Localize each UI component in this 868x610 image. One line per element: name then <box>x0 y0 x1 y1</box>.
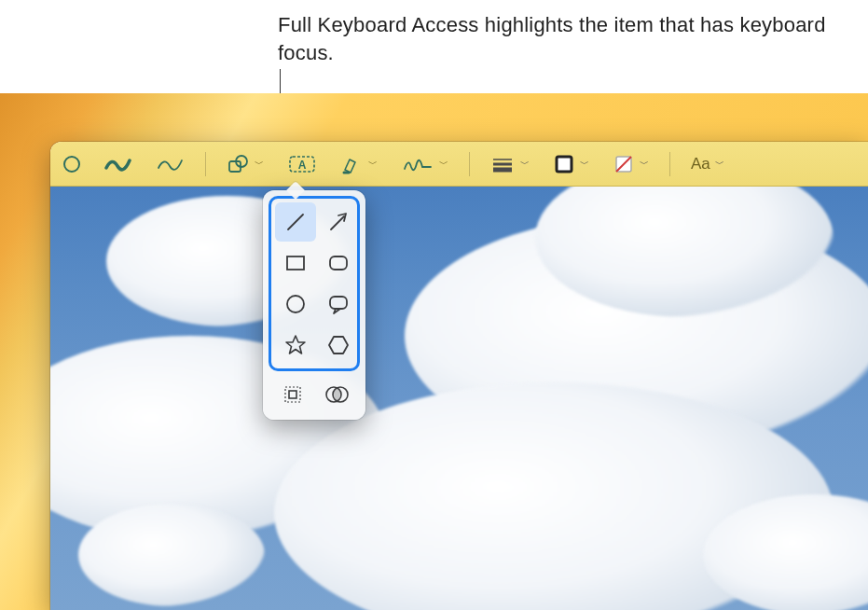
image-canvas[interactable] <box>50 187 868 610</box>
speech-bubble-icon <box>325 291 351 317</box>
shape-speech-bubble[interactable] <box>318 284 359 324</box>
shapes-button[interactable]: ﹀ <box>217 149 273 179</box>
signature-icon <box>402 154 434 174</box>
preview-window: ﹀ A ﹀ ﹀ <box>50 142 868 610</box>
shapes-popover <box>263 190 365 420</box>
separator <box>669 152 670 176</box>
highlighter-icon <box>340 154 363 174</box>
separator <box>205 152 206 176</box>
svg-rect-13 <box>330 256 347 270</box>
shape-line[interactable] <box>275 202 316 242</box>
line-style-button[interactable]: ﹀ <box>481 149 539 179</box>
line-icon <box>282 209 309 235</box>
svg-rect-12 <box>287 256 304 270</box>
cloud-decoration <box>78 504 265 606</box>
svg-rect-15 <box>330 297 347 309</box>
svg-text:A: A <box>298 159 307 172</box>
chevron-down-icon: ﹀ <box>520 158 530 171</box>
svg-rect-17 <box>289 391 296 398</box>
rounded-rectangle-icon <box>325 250 351 276</box>
oval-icon <box>282 291 309 317</box>
crop-loupe-icon <box>281 383 305 406</box>
stroke-color-button[interactable]: ﹀ <box>544 149 599 179</box>
text-style-button[interactable]: Aa ﹀ <box>682 149 734 179</box>
rectangle-icon <box>282 250 309 276</box>
fill-swatch-icon <box>613 154 634 174</box>
chevron-down-icon: ﹀ <box>439 158 448 171</box>
loupe-tool[interactable] <box>272 379 313 410</box>
freehand-sketch-button[interactable] <box>95 149 142 179</box>
shape-arrow[interactable] <box>318 202 359 242</box>
arrow-icon <box>325 209 351 235</box>
chevron-down-icon: ﹀ <box>715 158 724 171</box>
mask-overlap-icon <box>324 383 350 406</box>
shape-oval[interactable] <box>275 284 316 324</box>
highlight-button[interactable]: ﹀ <box>331 149 387 179</box>
shape-hexagon[interactable] <box>318 326 359 365</box>
callout-text: Full Keyboard Access highlights the item… <box>278 11 868 66</box>
record-indicator-icon <box>63 156 80 173</box>
shapes-focus-ring-group <box>269 196 360 371</box>
lines-icon <box>490 155 515 173</box>
stroke-swatch-icon <box>554 154 574 174</box>
hexagon-icon <box>325 332 351 358</box>
text-box-button[interactable]: A <box>279 149 325 179</box>
text-box-icon: A <box>288 154 316 174</box>
svg-point-14 <box>287 296 304 312</box>
svg-rect-7 <box>557 157 572 172</box>
shape-rounded-rectangle[interactable] <box>318 243 359 283</box>
sign-button[interactable]: ﹀ <box>393 149 458 179</box>
markup-toolbar: ﹀ A ﹀ ﹀ <box>50 142 868 187</box>
squiggle-bold-icon <box>104 155 132 173</box>
freehand-draw-button[interactable] <box>147 149 194 179</box>
mask-tool[interactable] <box>316 379 357 410</box>
squiggle-thin-icon <box>157 155 185 173</box>
separator <box>469 152 470 176</box>
shapes-popover-extras <box>269 371 360 412</box>
chevron-down-icon: ﹀ <box>255 158 264 171</box>
chevron-down-icon: ﹀ <box>580 158 589 171</box>
shape-star[interactable] <box>275 326 316 365</box>
chevron-down-icon: ﹀ <box>368 158 378 171</box>
svg-line-10 <box>288 215 303 229</box>
fill-color-button[interactable]: ﹀ <box>604 149 658 179</box>
svg-line-11 <box>331 216 344 229</box>
svg-rect-16 <box>285 387 300 402</box>
text-style-label: Aa <box>691 155 710 173</box>
shape-rectangle[interactable] <box>275 243 316 283</box>
shape-tool-icon <box>227 154 249 174</box>
chevron-down-icon: ﹀ <box>640 158 649 171</box>
star-icon <box>282 332 309 358</box>
